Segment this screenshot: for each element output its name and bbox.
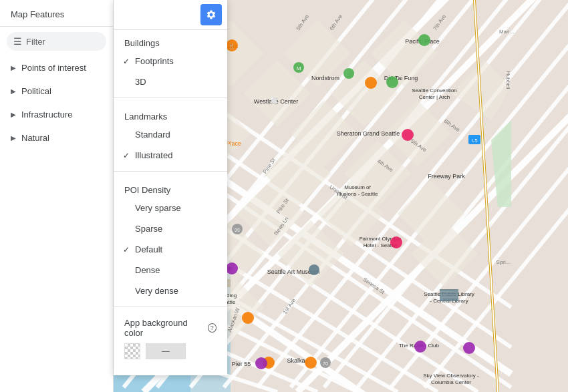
svg-text:M: M [297, 65, 301, 71]
svg-point-102 [414, 341, 426, 353]
svg-point-103 [463, 342, 475, 354]
svg-text:99: 99 [235, 228, 240, 232]
sidebar: Map Features ☰ Filter ▶ Points of intere… [0, 0, 114, 392]
dense-label: Dense [135, 265, 160, 275]
standard-label: Standard [135, 130, 170, 140]
svg-point-105 [305, 357, 317, 369]
footprints-menu-item[interactable]: ✓ Footprints [114, 51, 227, 71]
divider-3 [114, 307, 227, 307]
svg-point-100 [402, 129, 414, 141]
sparse-label: Sparse [135, 224, 162, 234]
svg-point-99 [418, 34, 430, 46]
svg-text:6th Ave: 6th Ave [329, 13, 344, 31]
sidebar-item-label: Points of interest [21, 63, 86, 73]
svg-text:Mari...: Mari... [499, 29, 514, 35]
very-dense-menu-item[interactable]: Very dense [114, 280, 227, 301]
svg-text:Pier 55: Pier 55 [232, 361, 251, 367]
sidebar-item-label: Natural [21, 133, 49, 143]
chevron-right-icon: ▶ [11, 87, 16, 95]
sidebar-item-poi[interactable]: ▶ Points of interest [0, 56, 113, 79]
color-swatch[interactable]: — [146, 343, 186, 359]
svg-text:⬜: ⬜ [271, 97, 277, 104]
svg-text:Sky View Observatory -: Sky View Observatory - [423, 373, 479, 379]
very-sparse-menu-item[interactable]: Very sparse [114, 198, 227, 218]
sidebar-item-natural[interactable]: ▶ Natural [0, 126, 113, 150]
svg-text:Seattle Convention: Seattle Convention [412, 87, 457, 93]
buildings-section-title: Buildings [114, 30, 227, 51]
default-menu-item[interactable]: ✓ Default [114, 239, 227, 260]
sidebar-item-political[interactable]: ▶ Political [0, 79, 113, 103]
svg-text:Columbia Center: Columbia Center [431, 379, 471, 385]
default-label: Default [135, 244, 162, 254]
svg-text:5th Ave: 5th Ave [295, 13, 311, 31]
filter-icon: ☰ [13, 36, 22, 47]
footprints-check: ✓ [123, 57, 130, 66]
app-bg-label-row: App background color ? [124, 318, 217, 338]
svg-point-98 [343, 68, 354, 79]
color-row: — [124, 343, 217, 359]
app-bg-section: App background color ? — [114, 313, 227, 365]
standard-menu-item[interactable]: Standard [114, 124, 227, 145]
svg-text:Freeway Park: Freeway Park [428, 173, 465, 180]
divider-1 [114, 97, 227, 98]
svg-point-94 [242, 312, 254, 324]
divider-2 [114, 171, 227, 172]
filter-bar[interactable]: ☰ Filter [7, 32, 106, 51]
3d-menu-item[interactable]: 3D [114, 71, 227, 92]
svg-point-90 [365, 77, 377, 89]
svg-text:Museum of: Museum of [344, 184, 371, 190]
dropdown-header-row [114, 0, 227, 30]
sidebar-title: Map Features [11, 9, 64, 19]
help-icon[interactable]: ? [208, 323, 217, 333]
svg-text:Skalka: Skalka [287, 357, 305, 364]
gear-icon [206, 9, 217, 20]
transparent-swatch[interactable] [124, 343, 140, 359]
illustrated-label: Illustrated [135, 150, 172, 160]
sidebar-item-infrastructure[interactable]: ▶ Infrastructure [0, 103, 113, 126]
svg-point-95 [226, 262, 238, 274]
svg-text:Hubbell: Hubbell [505, 71, 511, 89]
svg-text:Nordstrom: Nordstrom [311, 75, 339, 81]
svg-rect-116 [440, 289, 458, 301]
sidebar-nav: ▶ Points of interest ▶ Political ▶ Infra… [0, 56, 113, 392]
poi-section-title: POI Density [114, 177, 227, 198]
dropdown-panel: Buildings ✓ Footprints 3D Landmarks Stan… [114, 0, 227, 375]
svg-text:70: 70 [323, 361, 328, 366]
3d-label: 3D [135, 77, 146, 87]
sparse-menu-item[interactable]: Sparse [114, 218, 227, 239]
illustrated-menu-item[interactable]: ✓ Illustrated [114, 145, 227, 166]
svg-point-107 [309, 264, 319, 275]
dense-menu-item[interactable]: Dense [114, 260, 227, 280]
svg-text:Center | Arch: Center | Arch [419, 94, 450, 100]
default-check: ✓ [123, 245, 130, 254]
very-dense-label: Very dense [135, 286, 178, 296]
svg-point-101 [390, 236, 402, 248]
svg-text:Sheraton Grand Seattle: Sheraton Grand Seattle [337, 130, 400, 137]
chevron-right-icon: ▶ [11, 64, 16, 71]
gear-button[interactable] [200, 4, 222, 25]
filter-label: Filter [26, 37, 45, 47]
landmarks-section-title: Landmarks [114, 104, 227, 124]
svg-text:7th Ave: 7th Ave [432, 13, 448, 31]
svg-text:🍴: 🍴 [229, 43, 235, 49]
footprints-label: Footprints [135, 56, 174, 66]
color-value: — [162, 347, 170, 356]
sidebar-header: Map Features [0, 0, 113, 27]
svg-point-106 [255, 357, 267, 369]
svg-point-91 [386, 76, 398, 88]
svg-text:Spri...: Spri... [496, 259, 511, 265]
chevron-right-icon: ▶ [11, 134, 16, 142]
sidebar-item-label: Infrastructure [21, 110, 73, 120]
illustrated-check: ✓ [123, 151, 130, 160]
chevron-right-icon: ▶ [11, 111, 16, 118]
very-sparse-label: Very sparse [135, 203, 181, 213]
svg-text:I-5: I-5 [471, 138, 478, 144]
sidebar-item-label: Political [21, 86, 51, 96]
app-bg-text: App background color [124, 318, 205, 338]
